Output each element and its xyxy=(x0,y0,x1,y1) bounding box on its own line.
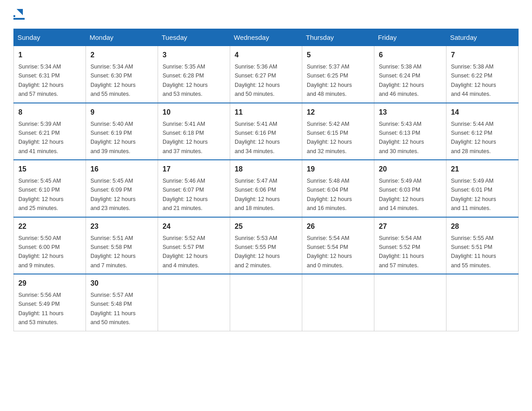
day-number: 18 xyxy=(235,164,297,175)
day-number: 15 xyxy=(18,164,81,175)
weekday-header-monday: Monday xyxy=(86,29,158,46)
day-number: 5 xyxy=(307,50,369,60)
page-header xyxy=(13,9,519,20)
calendar-day-cell: 6 Sunrise: 5:38 AMSunset: 6:24 PMDayligh… xyxy=(374,46,446,103)
calendar-day-cell: 22 Sunrise: 5:50 AMSunset: 6:00 PMDaylig… xyxy=(14,217,86,274)
calendar-day-cell xyxy=(302,274,374,331)
day-info: Sunrise: 5:41 AMSunset: 6:16 PMDaylight:… xyxy=(235,121,280,154)
day-info: Sunrise: 5:49 AMSunset: 6:01 PMDaylight:… xyxy=(451,178,496,211)
calendar-day-cell: 28 Sunrise: 5:55 AMSunset: 5:51 PMDaylig… xyxy=(446,217,519,274)
day-info: Sunrise: 5:48 AMSunset: 6:04 PMDaylight:… xyxy=(307,178,352,211)
day-number: 24 xyxy=(163,221,225,232)
day-number: 23 xyxy=(90,221,153,232)
day-number: 10 xyxy=(163,107,225,118)
calendar-day-cell: 5 Sunrise: 5:37 AMSunset: 6:25 PMDayligh… xyxy=(302,46,374,103)
day-info: Sunrise: 5:49 AMSunset: 6:03 PMDaylight:… xyxy=(379,178,424,211)
calendar-day-cell: 20 Sunrise: 5:49 AMSunset: 6:03 PMDaylig… xyxy=(374,160,446,217)
calendar-day-cell: 15 Sunrise: 5:45 AMSunset: 6:10 PMDaylig… xyxy=(14,160,86,217)
weekday-header-saturday: Saturday xyxy=(446,29,519,46)
day-number: 2 xyxy=(90,50,153,60)
day-info: Sunrise: 5:38 AMSunset: 6:22 PMDaylight:… xyxy=(451,64,496,97)
day-info: Sunrise: 5:47 AMSunset: 6:06 PMDaylight:… xyxy=(235,178,280,211)
weekday-header-row: SundayMondayTuesdayWednesdayThursdayFrid… xyxy=(14,29,519,46)
svg-marker-0 xyxy=(17,9,23,15)
day-number: 28 xyxy=(451,221,514,232)
day-info: Sunrise: 5:39 AMSunset: 6:21 PMDaylight:… xyxy=(18,121,64,154)
day-info: Sunrise: 5:46 AMSunset: 6:07 PMDaylight:… xyxy=(163,178,208,211)
day-info: Sunrise: 5:57 AMSunset: 5:48 PMDaylight:… xyxy=(90,292,136,325)
weekday-header-tuesday: Tuesday xyxy=(158,29,230,46)
logo-triangle-icon xyxy=(15,7,25,17)
day-info: Sunrise: 5:53 AMSunset: 5:55 PMDaylight:… xyxy=(235,235,280,269)
calendar-day-cell: 29 Sunrise: 5:56 AMSunset: 5:49 PMDaylig… xyxy=(14,274,86,331)
calendar-day-cell: 1 Sunrise: 5:34 AMSunset: 6:31 PMDayligh… xyxy=(14,46,86,103)
day-info: Sunrise: 5:45 AMSunset: 6:09 PMDaylight:… xyxy=(90,178,136,211)
day-info: Sunrise: 5:36 AMSunset: 6:27 PMDaylight:… xyxy=(235,64,280,97)
day-info: Sunrise: 5:50 AMSunset: 6:00 PMDaylight:… xyxy=(18,235,64,269)
day-number: 29 xyxy=(18,278,81,289)
calendar-day-cell: 4 Sunrise: 5:36 AMSunset: 6:27 PMDayligh… xyxy=(230,46,302,103)
day-info: Sunrise: 5:45 AMSunset: 6:10 PMDaylight:… xyxy=(18,178,64,211)
weekday-header-friday: Friday xyxy=(374,29,446,46)
calendar-day-cell: 30 Sunrise: 5:57 AMSunset: 5:48 PMDaylig… xyxy=(86,274,158,331)
day-info: Sunrise: 5:54 AMSunset: 5:52 PMDaylight:… xyxy=(379,235,424,269)
calendar-week-row: 29 Sunrise: 5:56 AMSunset: 5:49 PMDaylig… xyxy=(14,274,519,331)
calendar-day-cell: 23 Sunrise: 5:51 AMSunset: 5:58 PMDaylig… xyxy=(86,217,158,274)
calendar-day-cell: 3 Sunrise: 5:35 AMSunset: 6:28 PMDayligh… xyxy=(158,46,230,103)
day-info: Sunrise: 5:52 AMSunset: 5:57 PMDaylight:… xyxy=(163,235,208,269)
day-number: 25 xyxy=(235,221,297,232)
calendar-day-cell: 25 Sunrise: 5:53 AMSunset: 5:55 PMDaylig… xyxy=(230,217,302,274)
day-number: 9 xyxy=(90,107,153,118)
day-number: 16 xyxy=(90,164,153,175)
day-number: 1 xyxy=(18,50,81,60)
day-info: Sunrise: 5:54 AMSunset: 5:54 PMDaylight:… xyxy=(307,235,352,269)
weekday-header-wednesday: Wednesday xyxy=(230,29,302,46)
calendar-day-cell xyxy=(158,274,230,331)
weekday-header-thursday: Thursday xyxy=(302,29,374,46)
day-number: 21 xyxy=(451,164,514,175)
day-number: 8 xyxy=(18,107,81,118)
day-info: Sunrise: 5:35 AMSunset: 6:28 PMDaylight:… xyxy=(163,64,208,97)
day-info: Sunrise: 5:40 AMSunset: 6:19 PMDaylight:… xyxy=(90,121,136,154)
calendar-day-cell: 18 Sunrise: 5:47 AMSunset: 6:06 PMDaylig… xyxy=(230,160,302,217)
day-number: 20 xyxy=(379,164,442,175)
calendar-week-row: 15 Sunrise: 5:45 AMSunset: 6:10 PMDaylig… xyxy=(14,160,519,217)
day-number: 26 xyxy=(307,221,369,232)
day-number: 6 xyxy=(379,50,442,60)
day-info: Sunrise: 5:34 AMSunset: 6:31 PMDaylight:… xyxy=(18,64,64,97)
day-number: 22 xyxy=(18,221,81,232)
day-number: 3 xyxy=(163,50,225,60)
day-number: 12 xyxy=(307,107,369,118)
calendar-week-row: 22 Sunrise: 5:50 AMSunset: 6:00 PMDaylig… xyxy=(14,217,519,274)
day-info: Sunrise: 5:42 AMSunset: 6:15 PMDaylight:… xyxy=(307,121,352,154)
day-info: Sunrise: 5:56 AMSunset: 5:49 PMDaylight:… xyxy=(18,292,64,325)
calendar-day-cell: 10 Sunrise: 5:41 AMSunset: 6:18 PMDaylig… xyxy=(158,103,230,160)
day-number: 7 xyxy=(451,50,514,60)
day-number: 17 xyxy=(163,164,225,175)
calendar-day-cell: 11 Sunrise: 5:41 AMSunset: 6:16 PMDaylig… xyxy=(230,103,302,160)
day-info: Sunrise: 5:44 AMSunset: 6:12 PMDaylight:… xyxy=(451,121,496,154)
calendar-day-cell: 14 Sunrise: 5:44 AMSunset: 6:12 PMDaylig… xyxy=(446,103,519,160)
calendar-day-cell xyxy=(374,274,446,331)
calendar-day-cell: 2 Sunrise: 5:34 AMSunset: 6:30 PMDayligh… xyxy=(86,46,158,103)
calendar-day-cell: 27 Sunrise: 5:54 AMSunset: 5:52 PMDaylig… xyxy=(374,217,446,274)
calendar-day-cell xyxy=(446,274,519,331)
day-info: Sunrise: 5:37 AMSunset: 6:25 PMDaylight:… xyxy=(307,64,352,97)
day-info: Sunrise: 5:41 AMSunset: 6:18 PMDaylight:… xyxy=(163,121,208,154)
calendar-day-cell: 7 Sunrise: 5:38 AMSunset: 6:22 PMDayligh… xyxy=(446,46,519,103)
calendar-week-row: 1 Sunrise: 5:34 AMSunset: 6:31 PMDayligh… xyxy=(14,46,519,103)
day-number: 11 xyxy=(235,107,297,118)
day-number: 13 xyxy=(379,107,442,118)
day-number: 19 xyxy=(307,164,369,175)
weekday-header-sunday: Sunday xyxy=(14,29,86,46)
calendar-day-cell: 16 Sunrise: 5:45 AMSunset: 6:09 PMDaylig… xyxy=(86,160,158,217)
logo-underline xyxy=(13,18,25,20)
calendar-day-cell: 13 Sunrise: 5:43 AMSunset: 6:13 PMDaylig… xyxy=(374,103,446,160)
calendar-day-cell: 21 Sunrise: 5:49 AMSunset: 6:01 PMDaylig… xyxy=(446,160,519,217)
calendar-day-cell: 12 Sunrise: 5:42 AMSunset: 6:15 PMDaylig… xyxy=(302,103,374,160)
logo xyxy=(13,9,25,20)
calendar-day-cell: 9 Sunrise: 5:40 AMSunset: 6:19 PMDayligh… xyxy=(86,103,158,160)
calendar-day-cell: 17 Sunrise: 5:46 AMSunset: 6:07 PMDaylig… xyxy=(158,160,230,217)
day-info: Sunrise: 5:34 AMSunset: 6:30 PMDaylight:… xyxy=(90,64,136,97)
day-info: Sunrise: 5:51 AMSunset: 5:58 PMDaylight:… xyxy=(90,235,136,269)
